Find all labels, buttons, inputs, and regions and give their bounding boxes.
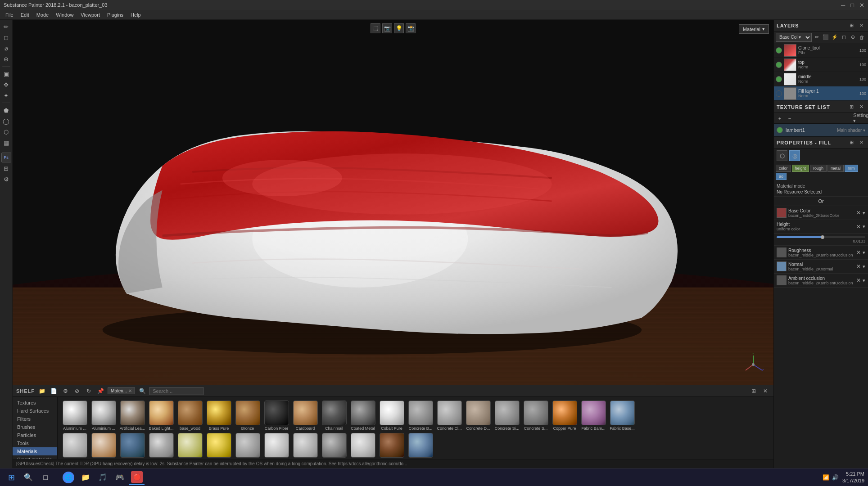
taskbar-game-btn[interactable]: 🎮 — [112, 470, 127, 485]
shelf-item-r2-10[interactable] — [321, 433, 348, 459]
volume-icon[interactable]: 🔊 — [832, 474, 839, 481]
shelf-item-brass-pure[interactable]: Brass Pure — [205, 400, 232, 431]
shelf-item-fabric-bam[interactable]: Fabric Bam... — [580, 400, 607, 431]
taskbar-time-area[interactable]: 5:21 PM 3/17/2019 — [842, 471, 864, 484]
vp-light-btn[interactable]: 💡 — [394, 23, 404, 33]
shelf-item-base-wood[interactable]: base_wood — [176, 400, 203, 431]
viewport[interactable]: Material ▾ ⬚ 📷 💡 📸 Y — [13, 20, 773, 385]
tool-poly-fill[interactable]: ⬟ — [1, 105, 11, 115]
texset-shader-lambert1[interactable]: Main shader ▾ — [837, 128, 865, 133]
tool-transform[interactable]: ✥ — [1, 80, 11, 90]
taskbar-explorer-btn[interactable]: 📁 — [78, 470, 93, 485]
texset-add-btn[interactable]: + — [776, 114, 784, 122]
tool-material-pick[interactable]: ▦ — [1, 138, 11, 148]
prop-normal-arrow[interactable]: ▾ — [863, 264, 865, 270]
shelf-close-btn[interactable]: ✕ — [761, 387, 770, 396]
vp-photo-btn[interactable]: 📸 — [406, 23, 416, 33]
texset-remove-btn[interactable]: − — [786, 114, 794, 122]
shelf-search-input[interactable] — [149, 387, 203, 395]
height-slider-track[interactable] — [777, 236, 865, 238]
shelf-item-r2-1[interactable] — [61, 433, 88, 459]
menu-window[interactable]: Window — [52, 11, 77, 18]
prop-channel-nrm[interactable]: nrm — [845, 165, 858, 172]
prop-roughness-arrow[interactable]: ▾ — [863, 250, 865, 256]
menu-edit[interactable]: Edit — [17, 11, 33, 18]
properties-expand-btn[interactable]: ⊞ — [847, 139, 855, 147]
prop-channel-height[interactable]: height — [792, 165, 809, 172]
shelf-item-concrete-d[interactable]: Concrete D... — [465, 400, 492, 431]
prop-channel-rough[interactable]: rough — [810, 165, 827, 172]
menu-plugins[interactable]: Plugins — [104, 11, 127, 18]
layers-delete-btn[interactable]: 🗑 — [858, 33, 866, 41]
shelf-item-artificial-lea[interactable]: Artificial Lea... — [119, 400, 146, 431]
shelf-item-carbon-fiber[interactable]: Carbon Fiber — [263, 400, 290, 431]
tool-clone[interactable]: ⊕ — [1, 54, 11, 64]
tool-paint[interactable]: ✏ — [1, 22, 11, 32]
layer-row-fill1[interactable]: Fill layer 1 Norm 100 — [774, 86, 868, 101]
shelf-new-btn[interactable]: 📄 — [49, 387, 58, 396]
vp-render-btn[interactable]: ⬚ — [371, 23, 380, 33]
shelf-filter-tag[interactable]: Materi... ✕ — [108, 387, 135, 394]
prop-normal-close[interactable]: ✕ — [856, 263, 861, 270]
shelf-item-coated-metal[interactable]: Coated Metal — [349, 400, 376, 431]
layers-close-btn[interactable]: ✕ — [857, 22, 865, 30]
taskbar-search-btn[interactable]: 🔍 — [21, 470, 36, 485]
taskbar-task-view-btn[interactable]: □ — [38, 470, 53, 485]
shelf-item-r2-8[interactable] — [263, 433, 290, 459]
shelf-item-copper-pure[interactable]: Copper Pure — [551, 400, 578, 431]
layers-copy-btn[interactable]: ⊕ — [849, 33, 857, 41]
texset-settings-btn[interactable]: Settings ▾ — [858, 114, 866, 122]
shelf-item-r2-4[interactable] — [148, 433, 175, 459]
shelf-item-r2-5[interactable] — [176, 433, 203, 459]
tool-morph[interactable]: ⬡ — [1, 127, 11, 137]
shelf-filter-btn[interactable]: ⊘ — [72, 387, 81, 396]
shelf-item-chainmail[interactable]: Chainmail — [321, 400, 348, 431]
shelf-item-concrete-si[interactable]: Concrete Si... — [493, 400, 520, 431]
tool-blur[interactable]: ◯ — [1, 116, 11, 126]
prop-height-arrow[interactable]: ▾ — [863, 224, 865, 230]
tool-smudge[interactable]: ⌀ — [1, 43, 11, 53]
shelf-cat-hard-surfaces[interactable]: Hard Surfaces — [13, 407, 57, 415]
shelf-item-aluminium2[interactable]: Aluminium ... — [90, 400, 117, 431]
prop-height-close[interactable]: ✕ — [856, 224, 861, 230]
shelf-cat-smart-materials[interactable]: Smart materials — [13, 455, 57, 459]
shelf-item-r2-2[interactable] — [90, 433, 117, 459]
prop-base-color-close[interactable]: ✕ — [856, 210, 861, 216]
shelf-grid-btn[interactable]: ⊞ — [749, 387, 758, 396]
layers-add-fill-btn[interactable]: ⬛ — [822, 33, 830, 41]
shelf-item-r2-7[interactable] — [234, 433, 261, 459]
properties-close-btn[interactable]: ✕ — [857, 139, 865, 147]
shelf-item-fabric-base[interactable]: Fabric Base... — [609, 400, 636, 431]
tool-select[interactable]: ▣ — [1, 69, 11, 79]
prop-channel-metal[interactable]: metal — [827, 165, 844, 172]
menu-help[interactable]: Help — [127, 11, 145, 18]
tool-ps[interactable]: Ps — [1, 153, 11, 162]
texture-set-expand-btn[interactable]: ⊞ — [847, 103, 855, 111]
menu-mode[interactable]: Mode — [33, 11, 53, 18]
prop-roughness-close[interactable]: ✕ — [856, 249, 861, 256]
prop-channel-ao[interactable]: ao — [776, 173, 787, 180]
height-slider-thumb[interactable] — [821, 235, 824, 239]
shelf-item-concrete-b[interactable]: Concrete B... — [407, 400, 434, 431]
shelf-cat-brushes[interactable]: Brushes — [13, 423, 57, 431]
shelf-item-cardboard[interactable]: Cardboard — [292, 400, 319, 431]
texture-set-row-lambert1[interactable]: lambert1 Main shader ▾ — [774, 124, 868, 136]
layer-blend-mode-select[interactable]: Base Col ▾ — [776, 33, 812, 42]
layers-add-fx-btn[interactable]: ⚡ — [831, 33, 839, 41]
prop-ao-arrow[interactable]: ▾ — [863, 278, 865, 284]
shelf-cat-materials[interactable]: Materials — [13, 447, 57, 455]
taskbar-start-btn[interactable]: ⊞ — [4, 470, 19, 485]
restore-btn[interactable]: □ — [850, 2, 854, 9]
shelf-cat-textures[interactable]: Textures — [13, 399, 57, 407]
shelf-filter-close[interactable]: ✕ — [128, 388, 132, 393]
menu-file[interactable]: File — [2, 11, 17, 18]
shelf-cat-particles[interactable]: Particles — [13, 431, 57, 439]
layers-add-paint-btn[interactable]: ✏ — [813, 33, 821, 41]
shelf-pin-btn[interactable]: 📌 — [96, 387, 105, 396]
network-icon[interactable]: 📶 — [823, 474, 829, 481]
shelf-item-r2-13[interactable] — [407, 433, 434, 459]
prop-channel-color[interactable]: color — [776, 165, 791, 172]
layer-vis-top[interactable] — [776, 62, 782, 68]
vp-camera-btn[interactable]: 📷 — [382, 23, 392, 33]
shelf-item-r2-11[interactable] — [349, 433, 376, 459]
